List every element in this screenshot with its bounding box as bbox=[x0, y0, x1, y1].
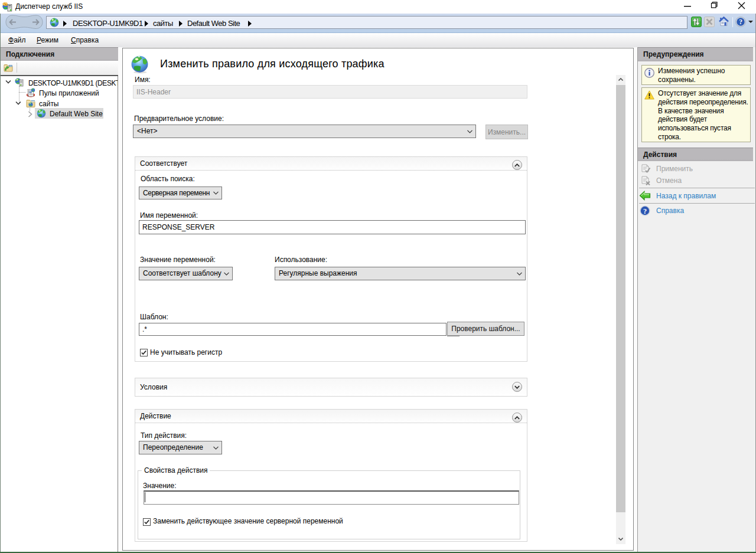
svg-text:?: ? bbox=[643, 207, 647, 215]
svg-text:?: ? bbox=[739, 18, 742, 25]
